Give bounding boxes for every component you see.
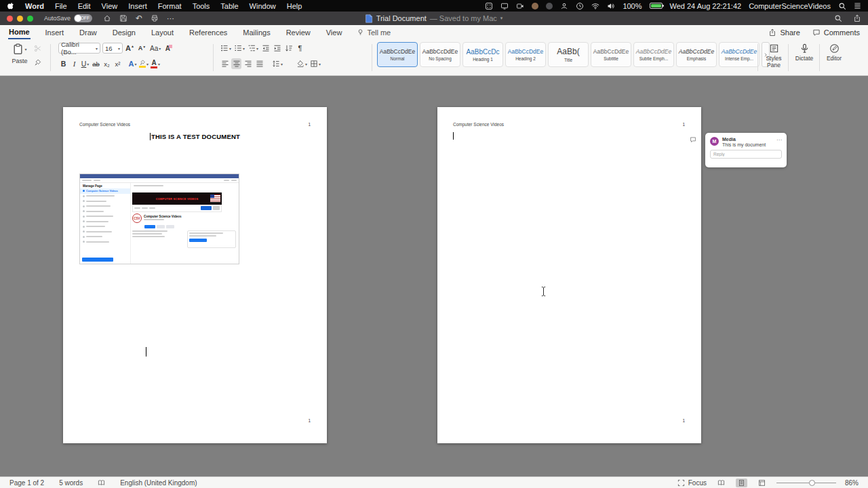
title-chevron-down-icon[interactable]: ▾	[500, 16, 503, 21]
titlebar-share-icon[interactable]	[853, 14, 861, 22]
time-machine-icon[interactable]	[576, 2, 584, 10]
menu-format[interactable]: Format	[158, 2, 182, 10]
tab-layout[interactable]: Layout	[151, 26, 174, 39]
word-count[interactable]: 5 words	[59, 479, 83, 487]
grid-icon[interactable]	[485, 2, 493, 10]
font-size-select[interactable]: 16 ▾	[102, 43, 123, 54]
tab-design[interactable]: Design	[112, 26, 136, 39]
style-heading-1[interactable]: AaBbCcDcHeading 1	[462, 42, 503, 67]
volume-icon[interactable]	[607, 2, 615, 10]
italic-button[interactable]: I	[69, 58, 79, 69]
tab-home[interactable]: Home	[8, 26, 31, 39]
clear-formatting-button[interactable]: A	[163, 43, 174, 54]
style-subtle-emphasis[interactable]: AaBbCcDdEeSubtle Emph...	[633, 42, 674, 67]
styles-pane-button[interactable]: Styles Pane	[761, 43, 787, 69]
menu-window[interactable]: Window	[250, 2, 276, 10]
shrink-font-button[interactable]: A▼	[137, 43, 147, 54]
share-button[interactable]: Share	[768, 28, 800, 37]
format-painter-icon[interactable]	[34, 59, 41, 66]
print-icon[interactable]	[151, 14, 159, 22]
editor-button[interactable]: Editor	[822, 43, 846, 62]
style-intense-emphasis[interactable]: AaBbCcDdEeIntense Emp...	[719, 42, 760, 67]
document-title-area[interactable]: Trial Document — Saved to my Mac ▾	[366, 14, 503, 23]
menu-edit[interactable]: Edit	[78, 2, 91, 10]
underline-button[interactable]: U▾	[80, 58, 90, 69]
page-1[interactable]: Computer Science Videos 1 THIS IS A TEST…	[63, 107, 327, 443]
comment-menu-icon[interactable]: ⋯	[776, 137, 782, 143]
show-paragraph-marks-button[interactable]: ¶	[295, 43, 305, 54]
display-icon[interactable]	[500, 2, 509, 10]
style-emphasis[interactable]: AaBbCcDdEeEmphasis	[676, 42, 717, 67]
subscript-button[interactable]: x₂	[102, 58, 112, 69]
embedded-image[interactable]: Manage Page Computer Science Videos	[79, 174, 239, 264]
style-heading-2[interactable]: AaBbCcDdEeHeading 2	[505, 42, 546, 67]
grow-font-button[interactable]: A▲	[125, 43, 135, 54]
undo-icon[interactable]: ↶	[136, 14, 142, 22]
align-center-button[interactable]	[231, 58, 241, 69]
camera-icon[interactable]	[516, 2, 524, 10]
autosave-toggle[interactable]: OFF	[74, 14, 92, 22]
line-spacing-button[interactable]: ▾	[271, 58, 283, 69]
apple-menu-icon[interactable]	[7, 1, 14, 11]
text-effects-button[interactable]: A▾	[127, 58, 138, 69]
menubar-clock[interactable]: Wed 24 Aug 22:21:42	[670, 2, 742, 10]
menu-tools[interactable]: Tools	[193, 2, 210, 10]
shading-button[interactable]: ▾	[296, 58, 308, 69]
app-status-icon-2[interactable]	[546, 3, 553, 9]
numbering-button[interactable]: ▾	[233, 43, 245, 54]
font-color-button[interactable]: A ▾	[150, 58, 161, 69]
change-case-button[interactable]: Aa▾	[149, 43, 161, 54]
zoom-slider-knob[interactable]	[809, 480, 815, 486]
bold-button[interactable]: B	[58, 58, 68, 69]
wifi-icon[interactable]	[591, 2, 599, 10]
app-status-icon[interactable]	[532, 3, 538, 9]
tell-me-button[interactable]: Tell me	[357, 28, 391, 37]
language-indicator[interactable]: English (United Kingdom)	[120, 479, 197, 487]
minimize-window-button[interactable]	[17, 16, 23, 22]
style-normal[interactable]: AaBbCcDdEeNormal	[377, 42, 418, 67]
highlight-color-button[interactable]: ▾	[138, 58, 149, 69]
paste-button[interactable]: ▾ Paste	[8, 43, 31, 64]
tab-draw[interactable]: Draw	[79, 26, 98, 39]
tab-references[interactable]: References	[189, 26, 228, 39]
proofing-icon[interactable]	[98, 479, 105, 487]
close-window-button[interactable]	[7, 16, 13, 22]
spotlight-icon[interactable]	[838, 2, 846, 10]
menu-help[interactable]: Help	[287, 2, 302, 10]
page1-title[interactable]: THIS IS A TEST DOCUMENT	[63, 133, 327, 140]
increase-indent-button[interactable]	[272, 43, 282, 54]
control-center-icon[interactable]	[854, 2, 861, 9]
comment-card[interactable]: M Media This is my document ⋯	[705, 133, 787, 167]
sort-button[interactable]	[283, 43, 294, 54]
tab-mailings[interactable]: Mailings	[242, 26, 271, 39]
cut-icon[interactable]	[34, 45, 41, 52]
borders-button[interactable]: ▾	[309, 58, 321, 69]
menu-file[interactable]: File	[55, 2, 67, 10]
tab-review[interactable]: Review	[285, 26, 311, 39]
align-right-button[interactable]	[243, 58, 253, 69]
menu-insert[interactable]: Insert	[128, 2, 147, 10]
menu-table[interactable]: Table	[220, 2, 238, 10]
read-mode-button[interactable]	[715, 479, 727, 487]
web-layout-button[interactable]	[756, 479, 768, 487]
tab-insert[interactable]: Insert	[45, 26, 65, 39]
style-subtitle[interactable]: AaBbCcDdEeSubtitle	[591, 42, 631, 67]
print-layout-button[interactable]	[736, 479, 747, 487]
page-2[interactable]: Computer Science Videos 1 1	[437, 107, 701, 443]
comment-reply-input[interactable]	[710, 150, 782, 159]
multilevel-list-button[interactable]: ▾	[247, 43, 259, 54]
dictate-button[interactable]: Dictate	[791, 43, 818, 62]
justify-button[interactable]	[254, 58, 264, 69]
menu-view[interactable]: View	[102, 2, 118, 10]
bullets-button[interactable]: ▾	[220, 43, 232, 54]
save-icon[interactable]	[119, 14, 127, 22]
comments-button[interactable]: Comments	[812, 28, 860, 37]
fast-user-switch[interactable]: ComputerScienceVideos	[749, 2, 831, 10]
titlebar-search-icon[interactable]	[834, 14, 842, 22]
align-left-button[interactable]	[220, 58, 230, 69]
focus-button[interactable]: Focus	[677, 479, 707, 487]
decrease-indent-button[interactable]	[260, 43, 271, 54]
page-indicator[interactable]: Page 1 of 2	[9, 479, 44, 487]
font-name-select[interactable]: Calibri (Bo... ▾	[58, 43, 100, 54]
home-icon[interactable]	[103, 14, 111, 22]
